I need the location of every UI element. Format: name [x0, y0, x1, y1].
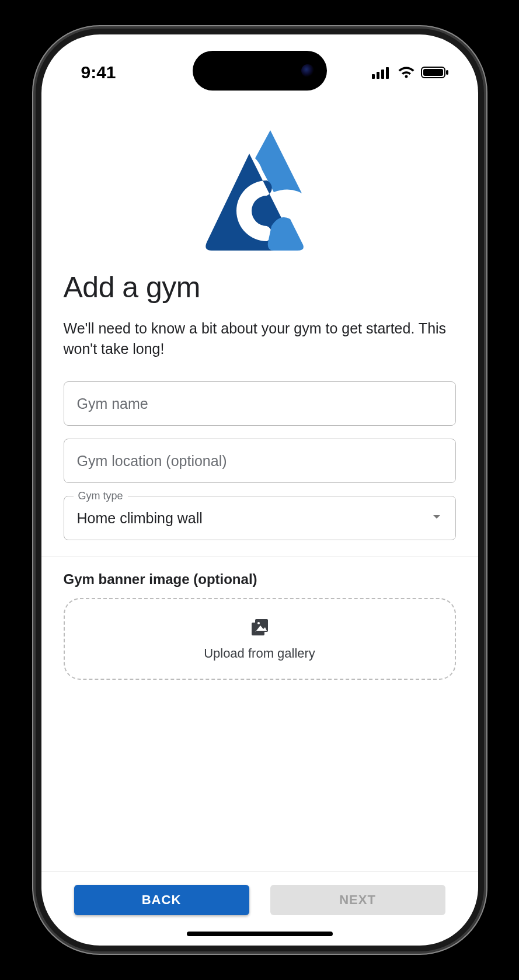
status-icons: [372, 66, 449, 79]
gym-type-value: Home climbing wall: [77, 510, 203, 527]
page-title: Add a gym: [64, 270, 456, 304]
svg-rect-3: [386, 67, 389, 79]
content-scroll[interactable]: Add a gym We'll need to know a bit about…: [41, 116, 478, 871]
camera-icon: [301, 64, 314, 77]
back-button[interactable]: BACK: [74, 885, 249, 915]
next-button: NEXT: [270, 885, 445, 915]
divider: [41, 557, 478, 557]
app-logo: [64, 116, 456, 270]
banner-section-label: Gym banner image (optional): [64, 571, 456, 588]
page-subtitle: We'll need to know a bit about your gym …: [64, 318, 456, 359]
chevron-down-icon: [431, 511, 443, 525]
wifi-icon: [398, 66, 415, 79]
upload-banner-button[interactable]: Upload from gallery: [64, 598, 456, 680]
dynamic-island: [193, 51, 327, 91]
cellular-icon: [372, 66, 392, 79]
gym-location-field[interactable]: [64, 439, 456, 483]
svg-point-10: [257, 622, 260, 624]
status-time: 9:41: [81, 62, 116, 82]
svg-rect-1: [377, 72, 379, 79]
home-indicator[interactable]: [187, 932, 333, 936]
battery-icon: [421, 66, 449, 79]
screen: Add a gym We'll need to know a bit about…: [41, 34, 478, 946]
gym-type-select[interactable]: Gym type Home climbing wall: [64, 496, 456, 540]
svg-rect-0: [372, 74, 375, 79]
gallery-icon: [249, 617, 270, 640]
svg-rect-6: [446, 70, 448, 75]
gym-name-input[interactable]: [77, 395, 443, 412]
gym-name-field[interactable]: [64, 381, 456, 426]
gym-location-input[interactable]: [77, 453, 443, 470]
upload-label: Upload from gallery: [204, 646, 315, 661]
mountain-logo-icon: [201, 128, 318, 251]
gym-type-label: Gym type: [74, 490, 128, 502]
svg-rect-2: [381, 69, 384, 79]
phone-frame: 9:41: [41, 34, 478, 946]
svg-rect-5: [423, 69, 443, 76]
